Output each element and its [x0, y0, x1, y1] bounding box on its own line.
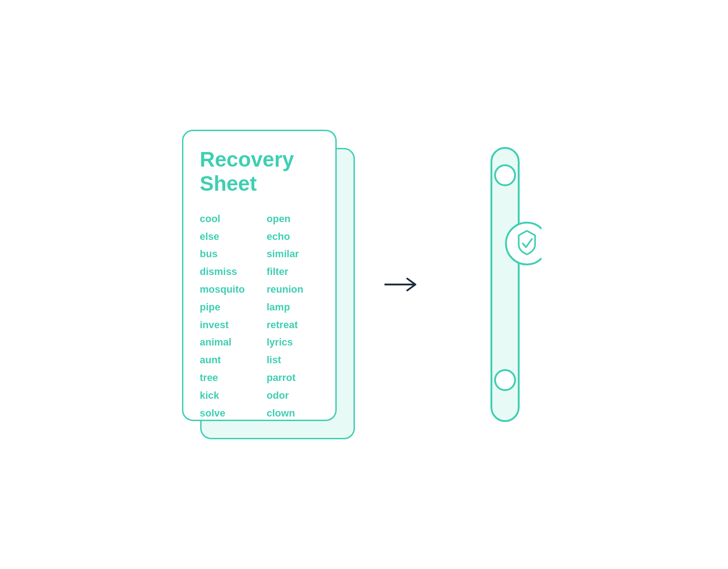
hardware-key-icon — [469, 143, 541, 426]
word-item: lyrics — [267, 335, 303, 350]
card-title-line2: Sheet — [200, 172, 257, 195]
word-item: filter — [267, 265, 303, 279]
svg-point-2 — [495, 165, 515, 185]
word-item: open — [267, 212, 303, 226]
word-item: tree — [200, 371, 245, 385]
card-title-line1: Recovery — [200, 147, 294, 171]
word-item: invest — [200, 318, 245, 332]
word-item: echo — [267, 230, 303, 244]
word-item: clown — [267, 406, 303, 421]
arrow-container — [382, 275, 428, 294]
word-item: list — [267, 353, 303, 367]
word-columns: coolelsebusdismissmosquitopipeinvestanim… — [200, 212, 319, 421]
word-item: dismiss — [200, 265, 245, 279]
word-item: pipe — [200, 300, 245, 315]
svg-point-3 — [495, 370, 515, 390]
word-item: bus — [200, 247, 245, 261]
word-item: solve — [200, 406, 245, 421]
word-item: kick — [200, 389, 245, 403]
word-item: parrot — [267, 371, 303, 385]
word-item: cool — [200, 212, 245, 226]
word-item: retreat — [267, 318, 303, 332]
word-item: lamp — [267, 300, 303, 315]
scene: Recovery Sheet coolelsebusdismissmosquit… — [182, 130, 546, 439]
word-item: aunt — [200, 353, 245, 367]
arrow-icon — [384, 275, 425, 294]
card-stack: Recovery Sheet coolelsebusdismissmosquit… — [182, 130, 346, 439]
word-item: mosquito — [200, 283, 245, 297]
word-col-left: coolelsebusdismissmosquitopipeinvestanim… — [200, 212, 245, 421]
word-item: odor — [267, 389, 303, 403]
word-item: animal — [200, 335, 245, 350]
word-item: similar — [267, 247, 303, 261]
device-container — [464, 130, 546, 439]
card-title: Recovery Sheet — [200, 147, 319, 196]
word-col-right: openechosimilarfilterreunionlampretreatl… — [267, 212, 303, 421]
card-front: Recovery Sheet coolelsebusdismissmosquit… — [182, 130, 337, 421]
word-item: else — [200, 230, 245, 244]
word-item: reunion — [267, 283, 303, 297]
